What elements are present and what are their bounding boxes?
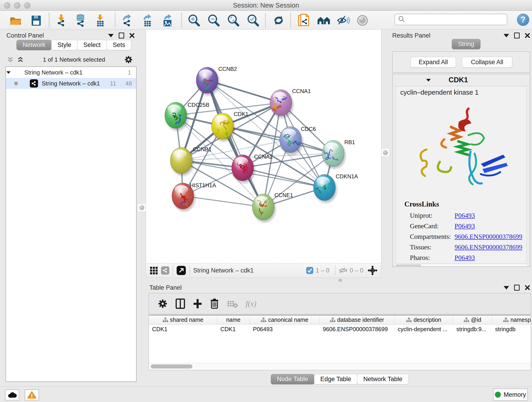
help-button[interactable]: ?	[517, 13, 529, 26]
crosslink-link[interactable]: P06493	[455, 212, 475, 219]
gene-description: cyclin–dependent kinase 1	[400, 89, 479, 96]
memory-button[interactable]: Memory	[493, 389, 528, 401]
protein-structure-image	[403, 102, 518, 199]
panel-close-icon[interactable]	[129, 33, 135, 38]
crosslink-row: GeneCard:P06493	[410, 221, 525, 231]
left-splitter-handle[interactable]	[138, 204, 146, 212]
houses-icon	[317, 15, 331, 26]
column-header-database-identifier[interactable]: database identifier	[320, 315, 394, 324]
hidden-eye-icon[interactable]	[339, 267, 347, 274]
table-settings-gear-icon[interactable]	[158, 299, 168, 309]
tab-string[interactable]: String	[452, 39, 481, 49]
scroll-thumb[interactable]	[151, 364, 192, 369]
panel-menu-icon[interactable]	[504, 286, 509, 289]
grid-view-icon[interactable]	[150, 266, 158, 274]
table-splitter-handle[interactable]	[338, 279, 342, 282]
table-row[interactable]: CDK1CDK1P064939606.ENSP00000378699cyclin…	[149, 325, 531, 334]
column-header-name[interactable]: name	[217, 315, 250, 324]
column-header-description[interactable]: description	[394, 315, 453, 324]
document-share-button[interactable]	[297, 14, 311, 27]
node-table[interactable]: shared namenamecanonical namedatabase id…	[148, 315, 531, 363]
panel-close-icon[interactable]	[525, 33, 530, 38]
tab-node-table[interactable]: Node Table	[271, 374, 314, 384]
zoom-in-button[interactable]	[187, 14, 201, 27]
tab-network[interactable]: Network	[17, 40, 51, 50]
expand-all-icon[interactable]	[17, 56, 24, 63]
expand-all-button[interactable]: Expand All	[411, 57, 456, 68]
save-session-button[interactable]	[29, 14, 43, 27]
network-collection-row[interactable]: String Network – cdk1 1	[6, 67, 136, 78]
gene-section-header[interactable]: CDK1	[393, 74, 530, 86]
panel-menu-icon[interactable]	[504, 34, 509, 37]
tab-edge-table[interactable]: Edge Table	[314, 374, 357, 384]
crosslink-link[interactable]: 9606.ENSP00000378699	[455, 233, 522, 240]
warning-icon	[27, 391, 36, 399]
tab-style[interactable]: Style	[51, 40, 77, 50]
crosslink-link[interactable]: 9606.ENSP00000378699	[455, 243, 522, 251]
import-table-button[interactable]	[94, 14, 107, 27]
crosshair-icon[interactable]	[367, 265, 378, 275]
network-view-share-icon[interactable]	[161, 266, 169, 274]
export-network-button[interactable]	[120, 14, 134, 27]
table-tabs: Node TableEdge TableNetwork Table	[271, 374, 408, 384]
panel-float-icon[interactable]	[514, 32, 520, 38]
search-input[interactable]	[405, 16, 503, 23]
shared-column-icon	[330, 317, 336, 322]
crosslinks-title: CrossLinks	[404, 200, 439, 208]
add-column-icon[interactable]	[193, 298, 202, 309]
column-header--id[interactable]: @id	[453, 315, 492, 324]
crosslink-label: Uniprot:	[410, 212, 455, 219]
import-network-button[interactable]	[55, 14, 68, 27]
tab-select[interactable]: Select	[77, 40, 107, 50]
column-header-shared-name[interactable]: shared name	[149, 315, 217, 324]
function-builder-button: f(x)	[246, 299, 256, 308]
table-hscrollbar[interactable]	[148, 363, 531, 370]
open-session-button[interactable]	[9, 14, 22, 27]
inactive-orb-button[interactable]	[355, 14, 369, 27]
export-image-button[interactable]	[161, 14, 175, 27]
cloud-button[interactable]	[5, 389, 19, 400]
panel-float-icon[interactable]	[119, 32, 124, 38]
collection-caret-icon[interactable]	[6, 70, 19, 74]
folder-icon	[9, 15, 22, 26]
window-titlebar: Session: New Session	[0, 0, 532, 11]
tab-sets[interactable]: Sets	[107, 40, 131, 50]
zoom-fit-button[interactable]	[226, 14, 240, 27]
panel-menu-icon[interactable]	[108, 34, 114, 37]
warnings-button[interactable]	[25, 389, 39, 400]
results-hscrollbar[interactable]	[396, 264, 526, 266]
export-table-button[interactable]	[141, 14, 154, 27]
crosslink-link[interactable]: P06493	[455, 254, 475, 262]
network-canvas[interactable]: CCNB2CCNA1CDC25BCDK1CDC6RB1CCNB1CCNA2CDK…	[146, 30, 381, 263]
search-field[interactable]	[394, 14, 507, 25]
delete-column-trash-icon[interactable]	[210, 298, 219, 309]
tab-network-table[interactable]: Network Table	[357, 374, 409, 384]
table-cell: 9606.ENSP00000378699	[320, 326, 394, 332]
selected-checkbox-icon[interactable]	[306, 267, 313, 274]
scroll-thumb[interactable]	[396, 264, 421, 266]
panel-close-icon[interactable]	[525, 285, 530, 290]
zoom-out-button[interactable]	[207, 14, 220, 27]
import-database-button[interactable]	[74, 14, 88, 27]
zoom-selected-button[interactable]	[246, 14, 260, 27]
crosslink-link[interactable]: P06493	[455, 222, 475, 230]
refresh-button[interactable]	[272, 14, 285, 27]
table-cell: P06493	[250, 326, 320, 332]
toolbar-separator	[335, 265, 336, 275]
visibility-button[interactable]	[336, 14, 350, 27]
houses-button[interactable]	[317, 14, 331, 27]
right-splitter-handle[interactable]	[381, 148, 389, 157]
collapse-all-button[interactable]: Collapse All	[462, 57, 512, 68]
gene-caret-icon[interactable]	[426, 78, 431, 82]
gear-icon[interactable]	[124, 55, 133, 64]
column-header-namespace[interactable]: namespace	[492, 315, 531, 324]
open-in-window-icon[interactable]	[176, 265, 186, 275]
network-row[interactable]: String Network – cdk1 11 48	[6, 78, 136, 89]
column-header-canonical-name[interactable]: canonical name	[250, 315, 320, 324]
column-label: canonical name	[268, 317, 308, 323]
panel-float-icon[interactable]	[514, 285, 520, 291]
collapse-all-icon[interactable]	[7, 56, 14, 63]
show-columns-icon[interactable]	[176, 298, 185, 309]
network-label: String Network – cdk1	[42, 80, 110, 87]
column-label: @id	[471, 317, 481, 323]
